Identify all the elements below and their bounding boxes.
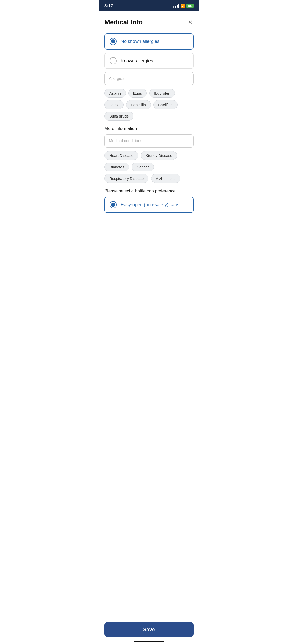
easy-open-caps-label: Easy-open (non-safety) caps — [121, 202, 179, 208]
wifi-icon: 📶 — [181, 4, 185, 8]
page-title: Medical Info — [104, 18, 143, 26]
known-allergies-radio — [110, 57, 117, 64]
status-bar: 3:17 📶 100 — [99, 0, 199, 11]
allergies-input-box[interactable]: Allergies — [104, 72, 194, 85]
no-known-allergies-radio — [110, 38, 117, 45]
easy-open-caps-option[interactable]: Easy-open (non-safety) caps — [104, 197, 194, 213]
chip-heart-disease[interactable]: Heart Disease — [104, 151, 138, 160]
status-icons: 📶 100 — [173, 4, 194, 8]
chip-alzheimers[interactable]: Alzheimer's — [151, 174, 180, 183]
no-known-allergies-option[interactable]: No known allergies — [104, 33, 194, 50]
signal-icon — [173, 4, 179, 8]
chip-ibuprofen[interactable]: Ibuprofen — [149, 89, 175, 98]
easy-open-caps-radio — [110, 201, 117, 208]
chip-respiratory-disease[interactable]: Respiratory Disease — [104, 174, 148, 183]
section-divider — [104, 216, 194, 216]
status-time: 3:17 — [104, 3, 113, 8]
condition-chips: Heart Disease Kidney Disease Diabetes Ca… — [104, 151, 194, 183]
chip-kidney-disease[interactable]: Kidney Disease — [141, 151, 177, 160]
chip-eggs[interactable]: Eggs — [128, 89, 147, 98]
bottle-cap-preference-label: Please select a bottle cap preference. — [104, 188, 194, 194]
medical-conditions-input-box[interactable]: Medical conditions — [104, 134, 194, 148]
radio-inner-dot — [111, 39, 115, 43]
chip-penicillin[interactable]: Penicillin — [126, 100, 151, 109]
page-header: Medical Info ✕ — [104, 16, 194, 26]
chip-sulfa-drugs[interactable]: Sulfa drugs — [104, 112, 133, 121]
battery-indicator: 100 — [186, 4, 194, 8]
close-button[interactable]: ✕ — [187, 19, 194, 26]
page-content: Medical Info ✕ No known allergies Known … — [99, 11, 199, 244]
chip-aspirin[interactable]: Aspirin — [104, 89, 126, 98]
easy-open-radio-dot — [111, 203, 115, 207]
no-known-allergies-label: No known allergies — [121, 39, 159, 44]
known-allergies-label: Known allergies — [121, 58, 153, 64]
more-info-label: More information — [104, 126, 194, 131]
chip-shellfish[interactable]: Shellfish — [153, 100, 178, 109]
allergies-placeholder: Allergies — [109, 76, 124, 81]
allergy-chips: Aspirin Eggs Ibuprofen Latex Penicillin … — [104, 89, 194, 121]
chip-diabetes[interactable]: Diabetes — [104, 163, 129, 171]
known-allergies-option[interactable]: Known allergies — [104, 53, 194, 69]
chip-latex[interactable]: Latex — [104, 100, 124, 109]
chip-cancer[interactable]: Cancer — [132, 163, 154, 171]
medical-conditions-placeholder: Medical conditions — [109, 139, 142, 143]
